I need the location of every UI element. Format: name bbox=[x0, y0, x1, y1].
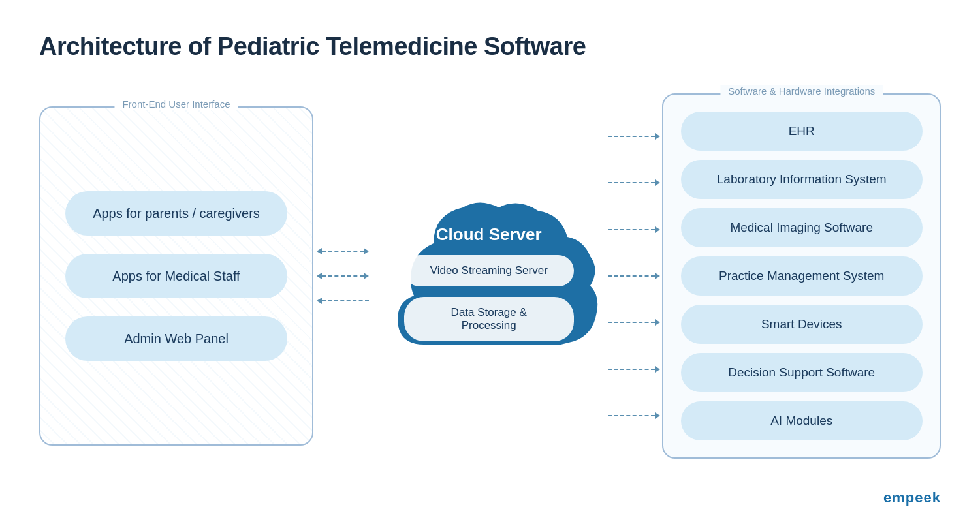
rdash-4 bbox=[608, 322, 655, 323]
arrow-right-3 bbox=[608, 273, 660, 279]
arrow-left-0 bbox=[317, 248, 369, 254]
frontend-pill-0: Apps for parents / caregivers bbox=[65, 191, 287, 236]
dash-0 bbox=[322, 251, 364, 252]
rdash-2 bbox=[608, 229, 655, 230]
arrow-right-2 bbox=[608, 226, 660, 233]
dash-2 bbox=[322, 300, 369, 301]
integrations-label: Software & Hardware Integrations bbox=[720, 85, 883, 97]
diagram: Front-End User Interface Apps for parent… bbox=[39, 87, 941, 465]
arrow-right-head-0 bbox=[364, 248, 369, 254]
integration-pill-5: Decision Support Software bbox=[681, 353, 923, 392]
rdash-5 bbox=[608, 369, 655, 370]
arrow-left-head-2 bbox=[317, 298, 322, 304]
left-arrows bbox=[313, 106, 372, 446]
logo: empeek bbox=[883, 489, 941, 506]
frontend-pill-1: Apps for Medical Staff bbox=[65, 254, 287, 298]
rarrow-head-1 bbox=[655, 179, 660, 186]
integration-pill-4: Smart Devices bbox=[681, 305, 923, 344]
page: Architecture of Pediatric Telemedicine S… bbox=[0, 0, 980, 522]
dash-1 bbox=[322, 275, 364, 277]
frontend-label: Front-End User Interface bbox=[114, 99, 238, 110]
integration-pill-1: Laboratory Information System bbox=[681, 160, 923, 199]
rdash-0 bbox=[608, 136, 655, 137]
arrow-right-1 bbox=[608, 179, 660, 186]
arrow-left-1 bbox=[317, 273, 369, 279]
rarrow-head-2 bbox=[655, 226, 660, 233]
cloud-title: Cloud Server bbox=[436, 224, 542, 245]
integrations-box: Software & Hardware Integrations EHR Lab… bbox=[662, 93, 941, 459]
right-arrows bbox=[605, 93, 662, 459]
rarrow-head-4 bbox=[655, 319, 660, 326]
rarrow-head-0 bbox=[655, 133, 660, 140]
frontend-box: Front-End User Interface Apps for parent… bbox=[39, 106, 313, 446]
rdash-6 bbox=[608, 415, 655, 416]
arrow-left-head-0 bbox=[317, 248, 322, 254]
rarrow-head-6 bbox=[655, 412, 660, 419]
arrow-right-0 bbox=[608, 133, 660, 140]
integration-pill-2: Medical Imaging Software bbox=[681, 208, 923, 247]
arrow-right-head-1 bbox=[364, 273, 369, 279]
rarrow-head-5 bbox=[655, 366, 660, 373]
rdash-1 bbox=[608, 182, 655, 183]
arrow-right-6 bbox=[608, 412, 660, 419]
integration-pill-3: Practice Management System bbox=[681, 256, 923, 296]
left-section: Front-End User Interface Apps for parent… bbox=[39, 106, 372, 446]
arrow-right-4 bbox=[608, 319, 660, 326]
rarrow-head-3 bbox=[655, 273, 660, 279]
arrow-left-2 bbox=[317, 298, 369, 304]
cloud-content: Cloud Server Video Streaming Server Data… bbox=[404, 224, 574, 341]
frontend-pill-2: Admin Web Panel bbox=[65, 316, 287, 361]
integration-pill-0: EHR bbox=[681, 112, 923, 151]
rdash-3 bbox=[608, 275, 655, 277]
cloud-pill-0: Video Streaming Server bbox=[404, 255, 574, 286]
cloud-section: Cloud Server Video Streaming Server Data… bbox=[372, 106, 605, 446]
arrow-left-head-1 bbox=[317, 273, 322, 279]
page-title: Architecture of Pediatric Telemedicine S… bbox=[39, 33, 941, 61]
cloud-container: Cloud Server Video Streaming Server Data… bbox=[378, 165, 600, 387]
cloud-pill-1: Data Storage & Processing bbox=[404, 297, 574, 341]
integration-pill-6: AI Modules bbox=[681, 401, 923, 440]
arrow-right-5 bbox=[608, 366, 660, 373]
